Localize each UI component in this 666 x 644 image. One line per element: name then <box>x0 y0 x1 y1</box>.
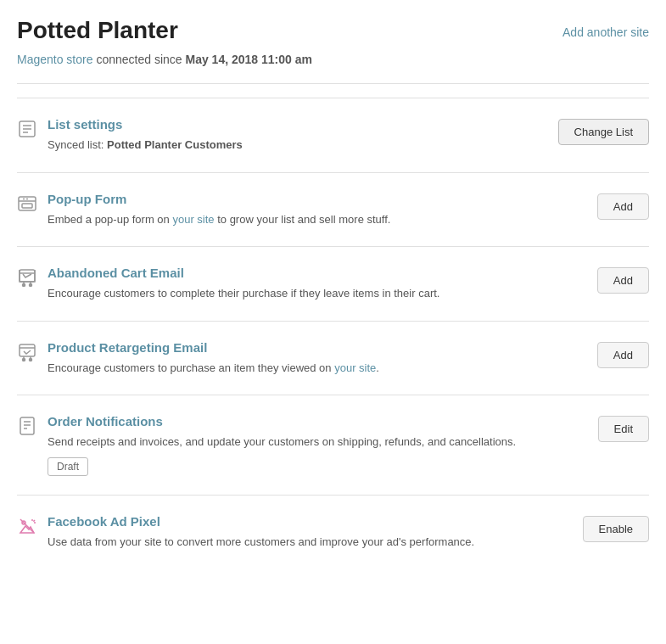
section-content-facebook-ad-pixel: Facebook Ad PixelUse data from your site… <box>48 514 583 551</box>
facebook-icon <box>17 516 48 539</box>
section-item-product-retargeting: Product Retargeting EmailEncourage custo… <box>17 322 649 396</box>
section-btn-abandoned-cart[interactable]: Add <box>597 267 649 294</box>
section-desc-popup-form: Embed a pop-up form on your site to grow… <box>48 211 580 228</box>
section-action-abandoned-cart: Add <box>597 266 649 294</box>
section-action-order-notifications: Edit <box>598 414 649 442</box>
section-list: List settingsSynced list: Potted Planter… <box>0 98 666 568</box>
header-divider <box>17 83 649 84</box>
svg-rect-15 <box>20 344 35 356</box>
section-title-list-settings[interactable]: List settings <box>48 117 122 132</box>
section-desc-link-popup-form[interactable]: your site <box>172 213 214 226</box>
section-btn-list-settings[interactable]: Change List <box>558 119 649 145</box>
section-desc-abandoned-cart: Encourage customers to complete their pu… <box>48 285 580 302</box>
order-icon <box>17 416 48 439</box>
subtitle-date: May 14, 2018 11:00 am <box>185 53 311 66</box>
svg-rect-21 <box>20 417 34 434</box>
section-desc-order-notifications: Send receipts and invoices, and update y… <box>48 434 581 451</box>
section-badge-order-notifications: Draft <box>48 457 88 476</box>
section-content-popup-form: Pop-up FormEmbed a pop-up form on your s… <box>48 192 597 228</box>
svg-point-12 <box>30 284 32 287</box>
cart-icon <box>17 267 48 290</box>
section-btn-facebook-ad-pixel[interactable]: Enable <box>583 516 649 542</box>
section-btn-popup-form[interactable]: Add <box>597 193 649 220</box>
section-desc-product-retargeting: Encourage customers to purchase an item … <box>48 360 580 377</box>
section-action-facebook-ad-pixel: Enable <box>583 514 649 542</box>
svg-line-29 <box>33 520 35 522</box>
section-btn-order-notifications[interactable]: Edit <box>598 416 649 442</box>
section-title-popup-form[interactable]: Pop-up Form <box>48 192 126 206</box>
section-title-abandoned-cart[interactable]: Abandoned Cart Email <box>48 266 184 280</box>
add-another-site-link[interactable]: Add another site <box>562 25 649 39</box>
subtitle: Magento store connected since May 14, 20… <box>0 53 666 83</box>
list-icon <box>17 119 48 142</box>
svg-point-11 <box>23 284 25 287</box>
section-title-product-retargeting[interactable]: Product Retargeting Email <box>48 340 207 355</box>
svg-point-18 <box>30 358 32 361</box>
popup-icon <box>17 193 48 216</box>
section-title-facebook-ad-pixel[interactable]: Facebook Ad Pixel <box>48 514 160 529</box>
section-action-list-settings: Change List <box>558 117 649 145</box>
svg-rect-8 <box>22 204 32 208</box>
page-title: Potted Planter <box>17 17 178 44</box>
section-content-order-notifications: Order NotificationsSend receipts and inv… <box>48 414 598 476</box>
section-item-abandoned-cart: Abandoned Cart EmailEncourage customers … <box>17 247 649 322</box>
section-item-popup-form: Pop-up FormEmbed a pop-up form on your s… <box>17 173 649 248</box>
section-item-order-notifications: Order NotificationsSend receipts and inv… <box>17 395 649 496</box>
svg-point-17 <box>23 358 25 361</box>
magento-store-link[interactable]: Magento store <box>17 53 93 66</box>
section-action-product-retargeting: Add <box>597 340 649 368</box>
section-item-list-settings: List settingsSynced list: Potted Planter… <box>17 98 649 173</box>
section-desc-facebook-ad-pixel: Use data from your site to convert more … <box>48 534 566 551</box>
section-content-list-settings: List settingsSynced list: Potted Planter… <box>48 117 558 154</box>
section-content-product-retargeting: Product Retargeting EmailEncourage custo… <box>48 340 597 377</box>
section-action-popup-form: Add <box>597 192 649 220</box>
section-content-abandoned-cart: Abandoned Cart EmailEncourage customers … <box>48 266 597 302</box>
section-desc-bold-list-settings: Potted Planter Customers <box>107 138 243 151</box>
section-desc-link-product-retargeting[interactable]: your site <box>334 361 376 374</box>
subtitle-connected: connected since <box>96 53 185 66</box>
section-item-facebook-ad-pixel: Facebook Ad PixelUse data from your site… <box>17 496 649 569</box>
section-btn-product-retargeting[interactable]: Add <box>597 342 649 368</box>
section-desc-list-settings: Synced list: Potted Planter Customers <box>48 137 541 154</box>
retarget-icon <box>17 342 48 365</box>
section-title-order-notifications[interactable]: Order Notifications <box>48 414 163 428</box>
